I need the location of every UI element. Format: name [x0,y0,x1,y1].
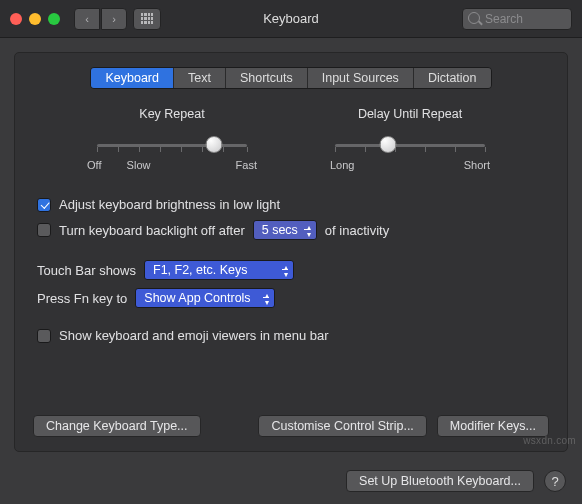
titlebar: ‹ › Keyboard [0,0,582,38]
delay-short-label: Short [464,159,490,171]
show-viewers-row: Show keyboard and emoji viewers in menu … [33,328,549,343]
updown-icon: ▴▾ [284,264,288,278]
tab-shortcuts[interactable]: Shortcuts [226,68,308,88]
press-fn-value: Show App Controls [144,291,250,305]
forward-button[interactable]: › [101,8,127,30]
tab-text[interactable]: Text [174,68,226,88]
backlight-off-label-pre: Turn keyboard backlight off after [59,223,245,238]
key-repeat-off-label: Off [87,159,101,171]
delay-repeat-title: Delay Until Repeat [358,107,462,121]
updown-icon: ▴▾ [307,224,311,238]
window-bottom-bar: Set Up Bluetooth Keyboard... ? [0,470,582,492]
adjust-brightness-row: Adjust keyboard brightness in low light [33,197,549,212]
window-controls [10,13,60,25]
press-fn-label: Press Fn key to [37,291,127,306]
slider-row: Key Repeat Off Slow Fast Delay Until Rep… [33,107,549,171]
key-repeat-fast-label: Fast [236,159,257,171]
modifier-keys-button[interactable]: Modifier Keys... [437,415,549,437]
touch-bar-row: Touch Bar shows F1, F2, etc. Keys ▴▾ [33,260,549,280]
chevron-right-icon: › [112,13,116,25]
help-button[interactable]: ? [544,470,566,492]
minimize-window-button[interactable] [29,13,41,25]
tab-keyboard[interactable]: Keyboard [91,68,174,88]
touch-bar-popup[interactable]: F1, F2, etc. Keys ▴▾ [144,260,294,280]
tab-input-sources[interactable]: Input Sources [308,68,414,88]
zoom-window-button[interactable] [48,13,60,25]
backlight-off-row: Turn keyboard backlight off after 5 secs… [33,220,549,240]
press-fn-row: Press Fn key to Show App Controls ▴▾ [33,288,549,308]
backlight-timeout-popup[interactable]: 5 secs ▴▾ [253,220,317,240]
delay-repeat-thumb[interactable] [379,136,396,153]
close-window-button[interactable] [10,13,22,25]
key-repeat-block: Key Repeat Off Slow Fast [77,107,267,171]
nav-buttons: ‹ › [74,8,127,30]
grid-icon [141,13,153,25]
backlight-off-label-post: of inactivity [325,223,389,238]
setup-bluetooth-keyboard-button[interactable]: Set Up Bluetooth Keyboard... [346,470,534,492]
customise-control-strip-button[interactable]: Customise Control Strip... [258,415,426,437]
delay-repeat-block: Delay Until Repeat Long Short [315,107,505,171]
updown-icon: ▴▾ [265,292,269,306]
adjust-brightness-checkbox[interactable] [37,198,51,212]
chevron-left-icon: ‹ [85,13,89,25]
key-repeat-slider[interactable] [97,135,247,155]
change-keyboard-type-button[interactable]: Change Keyboard Type... [33,415,201,437]
key-repeat-title: Key Repeat [139,107,204,121]
delay-long-label: Long [330,159,354,171]
back-button[interactable]: ‹ [74,8,100,30]
backlight-timeout-value: 5 secs [262,223,298,237]
show-viewers-label: Show keyboard and emoji viewers in menu … [59,328,329,343]
adjust-brightness-label: Adjust keyboard brightness in low light [59,197,280,212]
search-wrap [462,8,572,30]
tab-bar: Keyboard Text Shortcuts Input Sources Di… [33,67,549,89]
preferences-panel: Keyboard Text Shortcuts Input Sources Di… [14,52,568,452]
delay-repeat-slider[interactable] [335,135,485,155]
panel-footer: Change Keyboard Type... Customise Contro… [33,415,549,437]
backlight-off-checkbox[interactable] [37,223,51,237]
press-fn-popup[interactable]: Show App Controls ▴▾ [135,288,275,308]
show-all-button[interactable] [133,8,161,30]
tab-dictation[interactable]: Dictation [414,68,491,88]
search-icon [468,12,480,24]
touch-bar-label: Touch Bar shows [37,263,136,278]
show-viewers-checkbox[interactable] [37,329,51,343]
touch-bar-value: F1, F2, etc. Keys [153,263,247,277]
key-repeat-thumb[interactable] [206,136,223,153]
key-repeat-slow-label: Slow [127,159,151,171]
